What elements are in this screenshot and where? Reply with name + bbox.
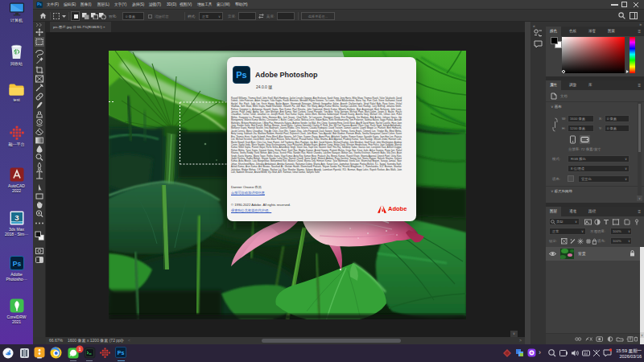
svg-text:3: 3 xyxy=(14,213,19,222)
svg-text:1: 1 xyxy=(78,347,80,352)
svg-text:Ps: Ps xyxy=(12,260,21,268)
